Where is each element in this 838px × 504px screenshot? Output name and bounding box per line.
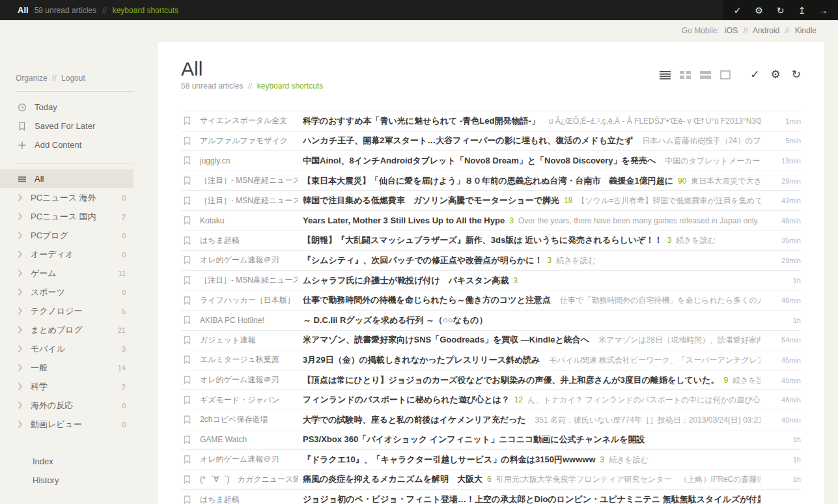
article-row[interactable]: はちま起稿 【朗報】『大乱闘スマッシュブラザーズ』新作、3ds版は 近いうちに発… bbox=[181, 231, 801, 251]
sidebar-item-saved-for-later[interactable]: Saved For Later bbox=[0, 117, 133, 135]
settings-gear-icon[interactable]: ⚙ bbox=[771, 69, 781, 80]
go-mobile-android-link[interactable]: Android bbox=[753, 26, 779, 35]
article-row[interactable]: GAME Watch PS3/Xbox 360「バイオショック インフィニット」… bbox=[181, 430, 801, 451]
article-row[interactable]: はちま起稿 ジョジョ初のペ・ビジョ・フィニト登場…！上空の承太郎とDioのロンビ… bbox=[181, 490, 801, 504]
sidebar-category[interactable]: まとめブログ 21 bbox=[0, 320, 133, 339]
article-source: ライフハッカー［日本版］ bbox=[200, 295, 298, 306]
refresh-icon[interactable]: ↻ bbox=[770, 0, 791, 20]
article-row[interactable]: ガジェット速報 米アマゾン、読書愛好家向けSNS「Goodreads」を買収 —… bbox=[181, 331, 801, 351]
sidebar-item-today[interactable]: Today bbox=[0, 98, 133, 117]
organize-link[interactable]: Organize bbox=[16, 74, 48, 83]
article-row[interactable]: ［注目］- MSN産経ニュース ムシャラフ氏に弁護士が靴投げ付け パキスタン高裁… bbox=[181, 271, 801, 291]
sidebar-item-all[interactable]: All bbox=[0, 169, 133, 188]
save-bookmark-icon[interactable] bbox=[184, 236, 191, 245]
mark-all-read-icon[interactable]: ✓ bbox=[750, 69, 759, 80]
article-title: フィンランドのパスポートに秘められた遊び心とは？ bbox=[303, 395, 510, 404]
article-source: ギズモード・ジャパン bbox=[200, 395, 298, 406]
article-row[interactable]: 2chコピペ保存道場 大学での試験時、座ると私の前後はイケメンリア充だった351… bbox=[181, 410, 801, 430]
sidebar-category[interactable]: 科学 2 bbox=[0, 377, 133, 396]
save-bookmark-icon[interactable] bbox=[184, 475, 191, 484]
sidebar-category[interactable]: オーディオ 0 bbox=[0, 245, 133, 264]
save-bookmark-icon[interactable] bbox=[184, 137, 191, 145]
save-bookmark-icon[interactable] bbox=[184, 276, 191, 285]
save-bookmark-icon[interactable] bbox=[184, 356, 191, 364]
save-bookmark-icon[interactable] bbox=[184, 117, 191, 125]
article-row[interactable]: (*゜∀゜)ゞカガクニュース隊 痛風の炎症を抑えるメカニズムを解明 大阪大6引用… bbox=[181, 470, 801, 490]
next-feed-icon[interactable]: → bbox=[813, 0, 834, 20]
sidebar-item-label: Index bbox=[33, 456, 53, 466]
save-bookmark-icon[interactable] bbox=[184, 415, 191, 424]
keyboard-shortcuts-link[interactable]: keyboard shortcuts bbox=[257, 81, 323, 91]
category-label: オーディオ bbox=[31, 249, 74, 260]
save-bookmark-icon[interactable] bbox=[184, 216, 191, 225]
view-switcher bbox=[660, 70, 731, 79]
save-bookmark-icon[interactable] bbox=[184, 156, 191, 165]
sidebar-item-history[interactable]: History bbox=[0, 471, 133, 490]
save-bookmark-icon[interactable] bbox=[184, 396, 191, 404]
sidebar-category[interactable]: PCニュース 海外 0 bbox=[0, 188, 133, 207]
sidebar-category[interactable]: PCニュース 国内 2 bbox=[0, 207, 133, 226]
article-comment-count: 3 bbox=[513, 276, 518, 285]
sidebar-category[interactable]: PCブログ 0 bbox=[0, 226, 133, 245]
article-text: 仕事で勤務時間外の待機を命じられたら～働き方のコツと注意点仕事で「勤務時間外の自… bbox=[303, 294, 761, 306]
article-comment-count: 12 bbox=[514, 395, 523, 404]
save-bookmark-icon[interactable] bbox=[184, 496, 191, 504]
logout-link[interactable]: Logout bbox=[61, 74, 85, 83]
save-bookmark-icon[interactable] bbox=[184, 455, 191, 464]
article-snippet: 続きを読む bbox=[676, 236, 716, 245]
sidebar-category[interactable]: 動画レビュー 0 bbox=[0, 415, 133, 434]
save-bookmark-icon[interactable] bbox=[184, 197, 191, 205]
magazine-view-icon[interactable] bbox=[680, 70, 691, 79]
keyboard-shortcuts-link[interactable]: keyboard shortcuts bbox=[113, 6, 178, 15]
article-text: 【東日本大震災】「仙台に愛を届けよう」８０年前の恩義忘れぬ台湾・台南市 義援金1… bbox=[303, 175, 761, 187]
article-row[interactable]: ［注目］- MSN産経ニュース 【東日本大震災】「仙台に愛を届けよう」８０年前の… bbox=[181, 171, 801, 191]
settings-gear-icon[interactable]: ⚙ bbox=[748, 0, 770, 20]
category-unread-count: 14 bbox=[118, 364, 133, 372]
scroll-to-top-icon[interactable]: ↥ bbox=[791, 0, 813, 20]
article-row[interactable]: ライフハッカー［日本版］ 仕事で勤務時間外の待機を命じられたら～働き方のコツと注… bbox=[181, 290, 801, 311]
go-mobile-kindle-link[interactable]: Kindle bbox=[795, 26, 817, 35]
sidebar-category[interactable]: 海外の反応 0 bbox=[0, 396, 133, 415]
mark-all-read-icon[interactable]: ✓ bbox=[727, 0, 748, 20]
save-bookmark-icon[interactable] bbox=[184, 256, 191, 264]
category-label: モバイル bbox=[31, 343, 65, 355]
sidebar-category[interactable]: テクノロジー 5 bbox=[0, 301, 133, 320]
article-row[interactable]: オレ的ゲーム速報＠刃 【頂点は常にひとり】ジョジョのカーズ役などでお馴染みの声優… bbox=[181, 371, 801, 391]
sidebar-category[interactable]: モバイル 3 bbox=[0, 339, 133, 358]
article-row[interactable]: ギズモード・ジャパン フィンランドのパスポートに秘められた遊び心とは？12ん、ト… bbox=[181, 390, 801, 410]
article-row[interactable]: ［注目］- MSN産経ニュース 韓国で注目集める低燃費車 ガソリン高騰でモーター… bbox=[181, 191, 801, 211]
go-mobile-ios-link[interactable]: iOS bbox=[725, 26, 738, 35]
save-bookmark-icon[interactable] bbox=[184, 376, 191, 384]
save-bookmark-icon[interactable] bbox=[184, 316, 191, 324]
refresh-icon[interactable]: ↻ bbox=[792, 69, 801, 80]
article-row[interactable]: エルミタージュ秋葉原 3月29日（金）の掲載しきれなかったプレスリリース斜め読み… bbox=[181, 350, 801, 371]
category-unread-count: 21 bbox=[118, 326, 133, 334]
full-view-icon[interactable] bbox=[720, 70, 731, 79]
article-row[interactable]: Kotaku Years Later, Mother 3 Still Lives… bbox=[181, 211, 801, 231]
article-row[interactable]: オレ的ゲーム速報＠刃 『シムシティ』、次回パッチでの修正点や改善点が明らかに！3… bbox=[181, 251, 801, 271]
article-text: ムシャラフ氏に弁護士が靴投げ付け パキスタン高裁3 bbox=[303, 275, 761, 287]
chevron-right-icon bbox=[18, 307, 23, 315]
article-source: オレ的ゲーム速報＠刃 bbox=[200, 374, 298, 385]
sidebar-category[interactable]: ゲーム 11 bbox=[0, 264, 133, 283]
article-row[interactable]: AKIBA PC Hotline! ～ D.C.Iii Rグッズを求める行列 ～… bbox=[181, 311, 801, 331]
save-bookmark-icon[interactable] bbox=[184, 176, 191, 185]
article-row[interactable]: juggly.cn 中国Ainol、8インチAndroidタブレット「Novo8… bbox=[181, 151, 801, 171]
save-bookmark-icon[interactable] bbox=[184, 296, 191, 305]
go-mobile-bar: Go Mobile: iOS // Android // Kindle bbox=[682, 26, 817, 35]
article-row[interactable]: サイエンスポータル全文 科学のおすすめ本「青い光に魅せられて -青色Led開発物… bbox=[181, 111, 801, 132]
sidebar-category[interactable]: スポーツ 0 bbox=[0, 283, 133, 301]
list-view-icon[interactable] bbox=[660, 70, 671, 79]
article-row[interactable]: アルファルファモザイク ハンカチ王子、開幕2軍スタート…大谷フィーバーの影に埋も… bbox=[181, 132, 801, 152]
article-row[interactable]: オレ的ゲーム速報＠刃 『ドラクエ10』、「キャラクター引越しサービス」の料金は3… bbox=[181, 450, 801, 470]
article-age: 35min bbox=[767, 236, 801, 244]
save-bookmark-icon[interactable] bbox=[184, 336, 191, 344]
sidebar-item-index[interactable]: Index bbox=[0, 452, 133, 471]
save-bookmark-icon[interactable] bbox=[184, 436, 191, 444]
category-unread-count: 0 bbox=[122, 421, 133, 428]
sidebar-category[interactable]: 一般 14 bbox=[0, 358, 133, 377]
sidebar-item-label: History bbox=[33, 475, 59, 485]
cards-view-icon[interactable] bbox=[700, 70, 711, 79]
category-unread-count: 11 bbox=[119, 270, 133, 277]
sidebar-item-add-content[interactable]: Add Content bbox=[0, 135, 133, 154]
